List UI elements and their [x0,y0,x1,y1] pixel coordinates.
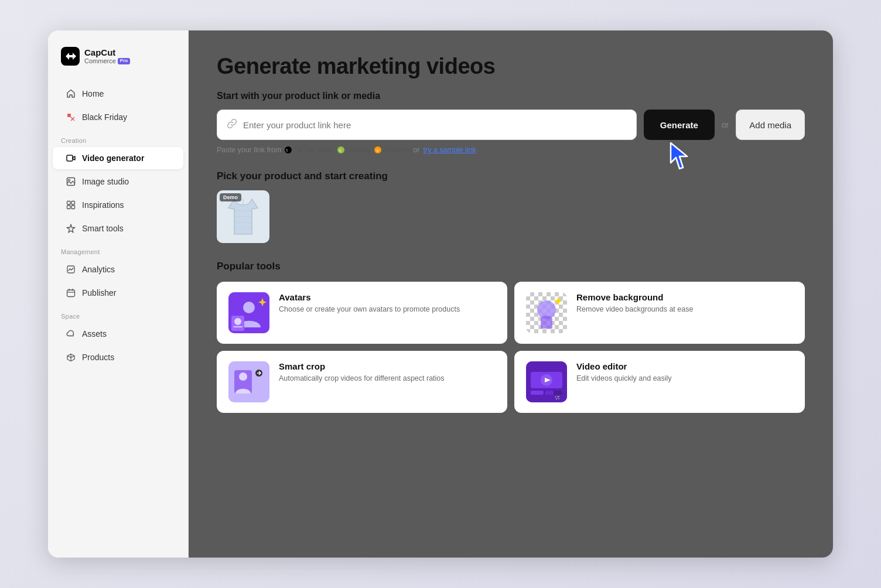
product-demo-card[interactable]: Demo [217,190,269,243]
svg-rect-6 [71,201,75,205]
sidebar-item-inspirations-label: Inspirations [82,200,124,210]
logo-text: CapCut Commerce Pro [84,48,130,65]
sidebar-item-products[interactable]: Products [53,346,183,368]
video-editor-thumb-inner [526,361,567,402]
tool-card-smart-crop[interactable]: Smart crop Automatically crop videos for… [217,351,507,413]
svg-rect-38 [545,391,554,395]
smart-crop-thumb [228,361,269,402]
video-editor-desc: Edit videos quickly and easily [576,374,793,384]
svg-text:t: t [286,148,288,152]
sidebar-item-products-label: Products [82,353,114,362]
sidebar-item-home[interactable]: Home [53,83,183,105]
capcut-logo-icon [61,47,80,66]
sidebar-item-black-friday[interactable]: Black Friday [53,106,183,128]
logo-main-label: CapCut [84,48,130,58]
tool-card-video-editor[interactable]: Video editor Edit videos quickly and eas… [514,351,805,413]
remove-bg-name: Remove background [576,292,793,302]
grid-icon [66,200,76,210]
section-creation: Creation [48,129,188,146]
add-media-button[interactable]: Add media [736,110,805,140]
link-icon [227,118,237,131]
svg-point-31 [239,372,247,381]
main-content: Generate marketing videos Start with you… [189,30,833,558]
box-icon [66,352,76,363]
calendar-icon [66,288,76,298]
remove-bg-thumb-inner [526,292,567,333]
smart-crop-thumb-inner [228,361,269,402]
video-editor-name: Video editor [576,361,793,371]
logo: CapCut Commerce Pro [48,47,188,82]
app-window: CapCut Commerce Pro Home [48,30,833,558]
sidebar-item-inspirations[interactable]: Inspirations [53,194,183,216]
section-management: Management [48,240,188,258]
pro-badge: Pro [118,58,130,64]
tool-card-remove-bg[interactable]: Remove background Remove video backgroun… [514,282,805,344]
svg-rect-10 [67,290,75,297]
remove-bg-info: Remove background Remove video backgroun… [576,292,793,315]
demo-badge: Demo [220,193,241,201]
svg-text:s: s [339,148,342,152]
sidebar-item-assets-label: Assets [82,329,107,339]
sidebar-item-image-studio-label: Image studio [82,177,129,186]
shopify-hint: s Shopify [337,146,371,154]
avatars-desc: Choose or create your own avatars to pro… [279,305,496,315]
product-link-input[interactable] [243,120,627,130]
svg-point-23 [243,302,255,313]
tiktok-hint: t TikTok Shop [285,146,333,154]
popular-tools-title: Popular tools [217,261,805,272]
svg-text:a: a [376,148,378,152]
or-label: or [722,120,729,129]
sidebar-item-video-generator-label: Video generator [82,153,144,163]
chart-icon [66,264,76,275]
sidebar-item-publisher[interactable]: Publisher [53,282,183,304]
logo-sub-label: Commerce Pro [84,57,130,64]
sidebar-item-smart-tools-label: Smart tools [82,224,124,233]
sidebar-item-analytics[interactable]: Analytics [53,258,183,281]
tag-icon [66,112,76,122]
smart-crop-info: Smart crop Automatically crop videos for… [279,361,496,384]
svg-rect-7 [67,206,71,209]
shirt-image [226,196,261,237]
avatars-thumb-inner [228,292,269,333]
svg-rect-2 [67,155,73,161]
smart-crop-name: Smart crop [279,361,496,371]
svg-rect-8 [71,206,75,209]
avatars-name: Avatars [279,292,496,302]
page-title: Generate marketing videos [217,54,805,79]
svg-rect-1 [67,114,71,117]
sidebar-item-black-friday-label: Black Friday [82,112,127,122]
search-row: Generate or Add media [217,110,805,140]
tool-card-avatars[interactable]: Avatars Choose or create your own avatar… [217,282,507,344]
video-editor-info: Video editor Edit videos quickly and eas… [576,361,793,384]
sidebar-item-smart-tools[interactable]: Smart tools [53,217,183,240]
remove-bg-desc: Remove video backgrounds at ease [576,305,793,315]
input-subtitle: Start with your product link or media [217,91,805,101]
amazon-hint: a Amazon [374,146,410,154]
sidebar-item-video-generator[interactable]: Video generator [53,147,183,169]
sample-link[interactable]: try a sample link [423,146,476,154]
svg-rect-37 [531,391,544,395]
remove-bg-thumb [526,292,567,333]
cloud-icon [66,329,76,339]
svg-rect-3 [67,178,75,186]
product-link-input-wrapper [217,110,637,140]
tools-grid: Avatars Choose or create your own avatar… [217,282,805,413]
sidebar-item-assets[interactable]: Assets [53,323,183,345]
sidebar-item-image-studio[interactable]: Image studio [53,170,183,193]
svg-rect-26 [233,326,243,327]
svg-rect-5 [67,201,71,205]
image-icon [66,176,76,187]
sidebar-item-publisher-label: Publisher [82,288,116,298]
sidebar: CapCut Commerce Pro Home [48,30,189,558]
generate-button[interactable]: Generate [644,110,715,140]
video-editor-thumb [526,361,567,402]
video-gen-icon [66,153,76,163]
svg-point-25 [234,318,241,325]
home-icon [66,88,76,99]
sidebar-item-home-label: Home [82,89,104,98]
pick-section-title: Pick your product and start creating [217,170,805,182]
avatars-thumb [228,292,269,333]
section-space: Space [48,305,188,322]
link-hints: Paste your link from t TikTok Shop s Sho… [217,146,805,154]
smart-crop-desc: Automatically crop videos for different … [279,374,496,384]
